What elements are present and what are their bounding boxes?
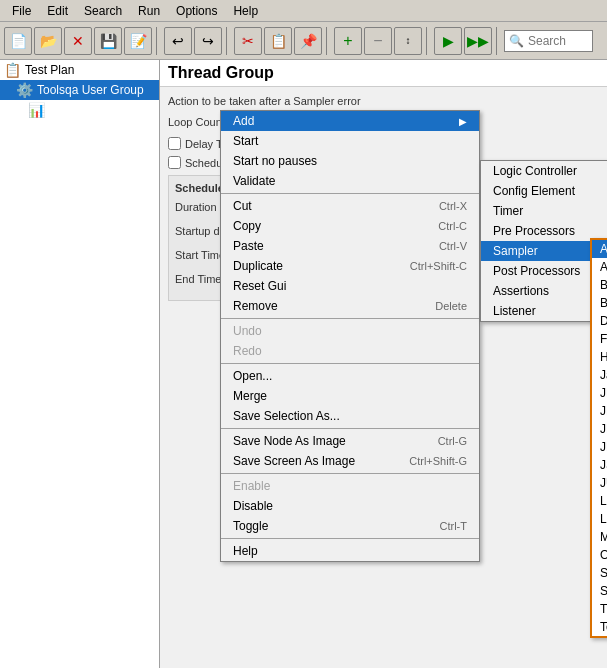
open-button[interactable]: 📂 [34,27,62,55]
submenu-add-item-pre[interactable]: Pre Processors ▶ [481,221,607,241]
sampler-item-access-log[interactable]: Access Log Sampler [592,240,607,258]
menu-item-save-screen-image[interactable]: Save Screen As Image Ctrl+Shift-G [221,451,479,471]
toolbar-sep4 [426,27,430,55]
menu-label-reset-gui: Reset Gui [233,279,286,293]
close-button[interactable]: ✕ [64,27,92,55]
menu-file[interactable]: File [4,2,39,20]
copy-button[interactable]: 📋 [264,27,292,55]
menu-item-duplicate[interactable]: Duplicate Ctrl+Shift-C [221,256,479,276]
tree-item-toolsqa[interactable]: ⚙️ Toolsqa User Group [0,80,159,100]
add-button[interactable]: + [334,27,362,55]
submenu-label-pre: Pre Processors [493,224,575,238]
sampler-item-jms-p2p[interactable]: JMS Point-to-Point [592,402,607,420]
remove-button[interactable]: − [364,27,392,55]
submenu-add-item-config[interactable]: Config Element ▶ [481,181,607,201]
run-no-pause-button[interactable]: ▶▶ [464,27,492,55]
shortcut-toggle: Ctrl-T [440,520,468,532]
cut-button[interactable]: ✂ [234,27,262,55]
menu-item-validate[interactable]: Validate [221,171,479,191]
submenu-add-item-post[interactable]: Post Processors ▶ [481,261,607,281]
shortcut-remove: Delete [435,300,467,312]
sampler-item-os-process[interactable]: OS Process Sampler [592,546,607,564]
expand-button[interactable]: ↕ [394,27,422,55]
sampler-item-tcp[interactable]: TCP Sampler [592,600,607,618]
menu-run[interactable]: Run [130,2,168,20]
save-button[interactable]: 💾 [94,27,122,55]
sampler-item-java[interactable]: Java Request [592,366,607,384]
toolbar-sep2 [226,27,230,55]
menu-item-paste[interactable]: Paste Ctrl-V [221,236,479,256]
menu-item-remove[interactable]: Remove Delete [221,296,479,316]
menu-label-remove: Remove [233,299,278,313]
delay-checkbox[interactable] [168,137,181,150]
menu-item-copy[interactable]: Copy Ctrl-C [221,216,479,236]
sampler-item-mail-reader[interactable]: Mail Reader Sampler [592,528,607,546]
sampler-label-ldap: LDAP Request [600,512,607,526]
sampler-item-junit[interactable]: JUnit Request [592,474,607,492]
save-as-button[interactable]: 📝 [124,27,152,55]
sampler-item-bsf[interactable]: BSF Sampler [592,294,607,312]
tree-label-testplan: Test Plan [25,63,74,77]
menu-item-add[interactable]: Add ▶ [221,111,479,131]
action-label: Action to be taken after a Sampler error [168,95,361,107]
menu-item-toggle[interactable]: Toggle Ctrl-T [221,516,479,536]
submenu-add-item-logic[interactable]: Logic Controller ▶ [481,161,607,181]
sampler-item-ldap-extended[interactable]: LDAP Extended Request [592,492,607,510]
sampler-item-test-action[interactable]: Test Action [592,618,607,636]
menu-item-reset-gui[interactable]: Reset Gui [221,276,479,296]
menu-item-disable[interactable]: Disable [221,496,479,516]
menu-item-save-node-image[interactable]: Save Node As Image Ctrl-G [221,431,479,451]
menu-item-enable: Enable [221,476,479,496]
shortcut-save-node: Ctrl-G [438,435,467,447]
search-box: 🔍 [504,30,593,52]
submenu-add-item-timer[interactable]: Timer ▶ [481,201,607,221]
sampler-item-soap[interactable]: SOAP/XML-RPC Request [592,582,607,600]
menu-item-start-no-pauses[interactable]: Start no pauses [221,151,479,171]
run-button[interactable]: ▶ [434,27,462,55]
sampler-item-jsr223[interactable]: JSR223 Sampler [592,456,607,474]
sampler-item-jdbc[interactable]: JDBC Request [592,384,607,402]
sampler-label-junit: JUnit Request [600,476,607,490]
submenu-add-item-assertions[interactable]: Assertions ▶ [481,281,607,301]
menu-item-open[interactable]: Open... [221,366,479,386]
tree-item-placeholder[interactable]: 📊 [0,100,159,120]
menu-label-disable: Disable [233,499,273,513]
submenu-label-sampler: Sampler [493,244,538,258]
sampler-item-jms-subscriber[interactable]: JMS Subscriber [592,438,607,456]
search-input[interactable] [528,34,588,48]
sampler-item-http[interactable]: HTTP Request [592,348,607,366]
menu-item-cut[interactable]: Cut Ctrl-X [221,196,479,216]
sampler-item-jms-publisher[interactable]: JMS Publisher [592,420,607,438]
menu-item-save-selection[interactable]: Save Selection As... [221,406,479,426]
sampler-item-ftp[interactable]: FTP Request [592,330,607,348]
menu-options[interactable]: Options [168,2,225,20]
sampler-item-ajp[interactable]: AJP/1.3 Sampler [592,258,607,276]
menu-search[interactable]: Search [76,2,130,20]
sep3 [221,363,479,364]
left-panel: 📋 Test Plan ⚙️ Toolsqa User Group 📊 [0,60,160,668]
submenu-sampler: Access Log Sampler AJP/1.3 Sampler BeanS… [590,238,607,638]
submenu-add-item-sampler[interactable]: Sampler ▶ [481,241,607,261]
sampler-label-access-log: Access Log Sampler [600,242,607,256]
tree-icon-testplan: 📋 [4,62,21,78]
menu-label-save-node-image: Save Node As Image [233,434,346,448]
menu-item-start[interactable]: Start [221,131,479,151]
new-button[interactable]: 📄 [4,27,32,55]
submenu-add-item-listener[interactable]: Listener ▶ [481,301,607,321]
tree-item-testplan[interactable]: 📋 Test Plan [0,60,159,80]
menu-label-toggle: Toggle [233,519,268,533]
menu-edit[interactable]: Edit [39,2,76,20]
sampler-item-smtp[interactable]: SMTP Sampler [592,564,607,582]
sampler-label-java: Java Request [600,368,607,382]
paste-button[interactable]: 📌 [294,27,322,55]
menu-item-help[interactable]: Help [221,541,479,561]
menu-help[interactable]: Help [225,2,266,20]
undo-button[interactable]: ↩ [164,27,192,55]
sep6 [221,538,479,539]
sampler-item-ldap[interactable]: LDAP Request [592,510,607,528]
menu-item-merge[interactable]: Merge [221,386,479,406]
redo-button[interactable]: ↪ [194,27,222,55]
sampler-item-beanshell[interactable]: BeanShell Sampler [592,276,607,294]
sampler-item-debug[interactable]: Debug Sampler [592,312,607,330]
scheduler-checkbox[interactable] [168,156,181,169]
